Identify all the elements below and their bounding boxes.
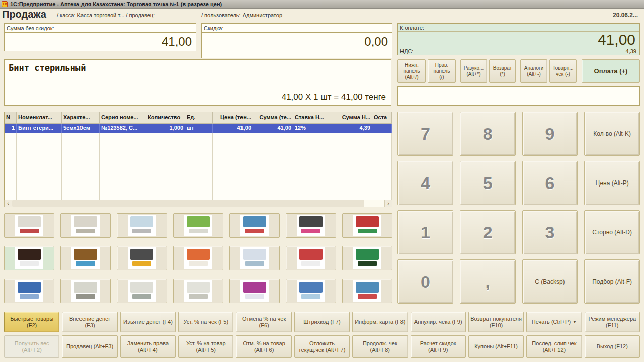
- product-photo: [128, 215, 156, 236]
- product-tile-purple-tablet-box[interactable]: [229, 279, 280, 303]
- table-hscrollbar[interactable]: ‹ ›: [4, 200, 392, 207]
- numpad-key-6[interactable]: 6: [522, 161, 578, 205]
- fast-goods-button[interactable]: Быстрые товары (F2): [4, 312, 59, 332]
- product-tile-thermometer-pack[interactable]: [117, 279, 167, 303]
- numpad-key-5[interactable]: 5: [460, 161, 516, 205]
- quantity-button[interactable]: Кол-во (Alt-K): [584, 112, 640, 156]
- product-tile-powder-sachet[interactable]: [173, 246, 223, 270]
- column-header[interactable]: Серия номе...: [100, 112, 146, 124]
- product-display: Бинт стерильный 41,00 X 1 шт = 41,00 тен…: [4, 59, 391, 106]
- product-tile-car-first-aid-kit[interactable]: [117, 246, 167, 270]
- product-tile-blister-with-box[interactable]: [229, 246, 280, 270]
- dropdown-arrow-icon[interactable]: ▼: [573, 319, 577, 325]
- lower-panel-button[interactable]: Нижн. панель (Alt+/): [397, 59, 426, 83]
- scroll-left-icon[interactable]: ‹: [5, 200, 12, 207]
- column-header[interactable]: Ед.: [185, 112, 213, 124]
- product-tile-thermometer-case[interactable]: [60, 279, 111, 303]
- seller-button[interactable]: Продавец (Alt+F3): [62, 335, 117, 358]
- column-header[interactable]: Сумма (те...: [253, 112, 293, 124]
- table-empty-area: [5, 133, 392, 200]
- product-tile-syrup-bottle[interactable]: [60, 246, 111, 270]
- scrollbar-thumb[interactable]: [12, 200, 364, 207]
- unpack-button[interactable]: Разуко... (Alt+*): [460, 59, 487, 83]
- numpad-key-,[interactable]: ,: [460, 259, 516, 304]
- product-tile-dark-bottle[interactable]: [4, 246, 54, 270]
- product-grid: [4, 213, 392, 303]
- product-tile-clear-pack[interactable]: [173, 279, 223, 303]
- scrollbar-track[interactable]: [364, 200, 384, 207]
- barcode-button[interactable]: Штрихкод (F7): [294, 312, 350, 332]
- info-card-button[interactable]: Информ. карта (F8): [352, 312, 408, 332]
- column-header[interactable]: Ставка Н...: [293, 112, 332, 124]
- cancel-check-discount-button[interactable]: Отмена % на чек (F6): [236, 312, 291, 332]
- product-tile-herbal-syrup-box[interactable]: [342, 246, 392, 270]
- numpad-key-2[interactable]: 2: [460, 210, 516, 254]
- numpad-key-8[interactable]: 8: [460, 112, 516, 156]
- void-check-button[interactable]: Аннулир. чека (F9): [411, 312, 466, 332]
- product-tile-green-tablet-box[interactable]: [173, 213, 223, 238]
- pick-button[interactable]: Подбор (Alt-F): [584, 259, 640, 304]
- clear-button[interactable]: C (Backsp): [522, 259, 578, 304]
- discount-extra-field: [202, 51, 392, 58]
- column-header[interactable]: Количество: [146, 112, 185, 124]
- discount-input[interactable]: [226, 24, 392, 32]
- price-button[interactable]: Цена (Alt-P): [584, 161, 640, 205]
- product-photo: [128, 280, 156, 302]
- cash-out-button[interactable]: Изъятие денег (F4): [120, 312, 176, 332]
- print-button[interactable]: Печать (Ctrl+P)▼: [526, 312, 582, 332]
- product-photo: [297, 247, 325, 269]
- storno-button[interactable]: Сторно (Alt-D): [584, 210, 640, 254]
- analogs-button[interactable]: Аналоги (Alt+-): [520, 59, 547, 83]
- pay-block: К оплате: 41,00 НДС: 4,39: [397, 23, 640, 55]
- product-photo: [71, 280, 100, 302]
- numpad-key-7[interactable]: 7: [397, 112, 453, 156]
- column-header[interactable]: Оста: [372, 112, 392, 124]
- change-rights-button[interactable]: Заменить права (Alt+F4): [120, 335, 176, 358]
- last-slip-button[interactable]: Послед. слип чек (Alt+F12): [526, 335, 582, 358]
- numpad-key-0[interactable]: 0: [397, 259, 453, 304]
- column-header[interactable]: Цена (тен...: [213, 112, 253, 124]
- return-button[interactable]: Возврат (*): [489, 59, 516, 83]
- empty-column: [253, 133, 293, 200]
- customer-return-button[interactable]: Возврат покупателя (F10): [468, 312, 524, 332]
- sum-block: Сумма без скидок: 41,00: [4, 23, 196, 51]
- numpad-key-3[interactable]: 3: [522, 210, 578, 254]
- cash-in-button[interactable]: Внесение денег (F3): [62, 312, 117, 332]
- column-header[interactable]: Характе...: [62, 112, 100, 124]
- product-photo: [15, 280, 43, 302]
- product-tile-bandage-packs[interactable]: [4, 213, 54, 238]
- product-tile-red-tablet-boxes[interactable]: [286, 246, 336, 270]
- coupons-button[interactable]: Купоны (Alt+F11): [468, 335, 524, 358]
- payment-button[interactable]: Оплата (+): [582, 59, 640, 83]
- calc-discounts-button[interactable]: Расчет скидок (Alt+F9): [411, 335, 466, 358]
- hold-check-button[interactable]: Отложить текущ.чек (Alt+F7): [294, 335, 350, 358]
- product-photo: [297, 280, 325, 302]
- product-tile-spray-cans[interactable]: [342, 213, 392, 238]
- column-header[interactable]: N: [5, 112, 17, 124]
- column-header[interactable]: Номенклат...: [17, 112, 62, 124]
- numpad-key-4[interactable]: 4: [397, 161, 453, 205]
- product-tile-herb-bag[interactable]: [286, 213, 336, 238]
- cancel-item-discount-button[interactable]: Отм. % на товар (Alt+F6): [236, 335, 291, 358]
- table-row[interactable]: 1Бинт стери...5смх10см№123582, С...1,000…: [5, 124, 392, 133]
- goods-receipt-button[interactable]: Товарн... чек (-): [549, 59, 577, 83]
- scroll-right-icon[interactable]: ›: [384, 200, 392, 207]
- product-tile-elastic-bandage-pack[interactable]: [229, 213, 280, 238]
- set-check-discount-button[interactable]: Уст. % на чек (F5): [178, 312, 233, 332]
- product-tile-blue-blister-strip[interactable]: [4, 279, 54, 303]
- set-item-discount-button[interactable]: Уст. % на товар (Alt+F5): [178, 335, 233, 358]
- numpad-key-9[interactable]: 9: [522, 112, 578, 156]
- product-tile-validol-packs[interactable]: [286, 279, 336, 303]
- manager-mode-button[interactable]: Режим менеджера (F11): [585, 312, 640, 332]
- product-photo: [240, 280, 269, 302]
- product-tile-cotton-roll[interactable]: [60, 213, 111, 238]
- numpad-key-1[interactable]: 1: [397, 210, 453, 254]
- numpad-entry-field[interactable]: [397, 86, 640, 106]
- exit-button[interactable]: Выход (F12): [585, 335, 640, 358]
- resume-check-button[interactable]: Продолж. чек (Alt+F8): [352, 335, 408, 358]
- right-panel-button[interactable]: Прав. панель (/): [428, 59, 456, 83]
- product-tile-elastic-bandage-pack-2[interactable]: [342, 279, 392, 303]
- product-tile-foil-blisters[interactable]: [117, 213, 167, 238]
- column-header[interactable]: Сумма Н...: [332, 112, 372, 124]
- function-row-2: Получить вес (Alt+F2)Продавец (Alt+F3)За…: [4, 335, 640, 358]
